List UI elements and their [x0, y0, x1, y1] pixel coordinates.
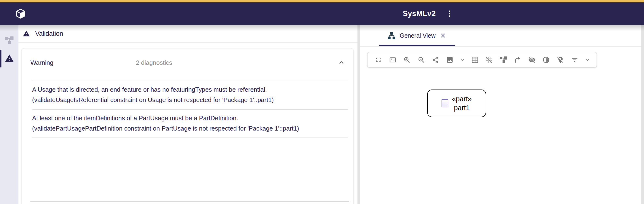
close-icon: [440, 36, 446, 40]
export-image-button[interactable]: [444, 54, 455, 66]
sidebar-item-validation[interactable]: [0, 50, 18, 67]
left-icon-rail: [0, 25, 18, 204]
severity-label: Warning: [30, 59, 54, 67]
divider: [32, 137, 348, 138]
panel-title: Validation: [35, 30, 63, 38]
diagnostic-detail: (validateUsageIsReferential constraint o…: [32, 95, 348, 105]
collapse-button[interactable]: [336, 58, 346, 68]
app-logo-button[interactable]: [15, 8, 26, 20]
grid-icon: [471, 56, 479, 64]
diagram-panel: General View «part» part1: [360, 25, 644, 204]
diagnostic-row[interactable]: At least one of the itemDefinitions of a…: [32, 113, 348, 134]
content-area: Validation Warning 2 diagnostics: [0, 25, 644, 204]
snap-off-button[interactable]: [484, 54, 494, 66]
validation-panel: Validation Warning 2 diagnostics: [18, 25, 360, 204]
export-image-icon: [446, 56, 454, 64]
divider: [360, 46, 644, 47]
diagnostics-count: 2 diagnostics: [136, 59, 172, 67]
tab-general-view[interactable]: General View: [379, 25, 455, 46]
divider: [32, 109, 348, 110]
tab-label: General View: [400, 32, 436, 39]
fit-to-screen-button[interactable]: [388, 54, 398, 66]
zoom-in-button[interactable]: [402, 54, 412, 66]
hierarchy-button[interactable]: [498, 54, 509, 66]
org-chart-icon: [388, 32, 396, 40]
grid-button[interactable]: [470, 54, 480, 66]
part-usage-icon: [442, 99, 448, 107]
contrast-button[interactable]: [541, 54, 552, 66]
divider: [18, 43, 360, 43]
horizontal-scrollbar[interactable]: [30, 201, 349, 202]
kebab-menu-button[interactable]: [445, 9, 454, 19]
chevron-up-icon: [337, 64, 346, 67]
app-title: SysMLv2: [383, 3, 455, 25]
unpin-button[interactable]: [555, 54, 566, 66]
filter-button[interactable]: [570, 54, 580, 66]
share-button[interactable]: [430, 54, 441, 66]
visibility-off-button[interactable]: [526, 54, 537, 66]
sidebar-item-explorer[interactable]: [0, 32, 18, 50]
warning-group-header[interactable]: Warning 2 diagnostics: [22, 49, 354, 80]
accent-strip: [0, 0, 644, 3]
warning-icon: [5, 54, 14, 64]
selected-indicator: [0, 50, 2, 67]
diagnostic-detail: (validatePartUsagePartDefinition constra…: [32, 123, 348, 134]
fullscreen-button[interactable]: [373, 54, 384, 66]
node-name: part1: [452, 103, 472, 112]
more-chevron-icon: [584, 57, 590, 63]
close-tab-button[interactable]: [440, 32, 446, 39]
diagnostic-message: At least one of the itemDefinitions of a…: [32, 113, 348, 123]
diagram-node-part1[interactable]: «part» part1: [427, 90, 486, 117]
diagram-toolbar: [367, 52, 597, 68]
warning-icon: [23, 30, 30, 37]
hierarchy-icon: [500, 56, 507, 64]
tree-icon: [5, 36, 14, 46]
export-dropdown-chevron-button[interactable]: [459, 54, 466, 66]
kebab-menu-icon: [445, 15, 454, 19]
cube-logo-icon: [15, 17, 26, 20]
zoom-out-icon: [418, 56, 425, 64]
unpin-icon: [557, 56, 564, 64]
share-icon: [432, 56, 439, 64]
diagnostic-row[interactable]: A Usage that is directed, an end feature…: [32, 85, 348, 105]
step-over-arrow-icon: [514, 56, 521, 64]
more-chevron-button[interactable]: [584, 54, 591, 66]
zoom-out-button[interactable]: [416, 54, 426, 66]
filter-icon: [571, 56, 578, 64]
snap-off-icon: [486, 56, 493, 64]
validation-panel-header: Validation: [18, 25, 360, 43]
warning-group-card: Warning 2 diagnostics A Usage that is di…: [21, 48, 354, 204]
diagram-scrollbar[interactable]: [641, 25, 644, 204]
export-dropdown-chevron-icon: [459, 57, 465, 63]
visibility-off-icon: [528, 56, 536, 64]
sysmlv2-app: SysMLv2: [0, 0, 644, 204]
divider: [32, 80, 348, 80]
step-over-arrow-button[interactable]: [512, 54, 523, 66]
node-stereotype: «part»: [452, 95, 472, 103]
node-label: «part» part1: [452, 95, 472, 112]
diagnostic-message: A Usage that is directed, an end feature…: [32, 85, 348, 95]
validation-scrollbar[interactable]: [358, 25, 360, 204]
contrast-icon: [542, 56, 550, 64]
zoom-in-icon: [403, 56, 411, 64]
fit-to-screen-icon: [389, 56, 396, 64]
app-header: SysMLv2: [0, 3, 644, 25]
fullscreen-icon: [375, 56, 382, 64]
